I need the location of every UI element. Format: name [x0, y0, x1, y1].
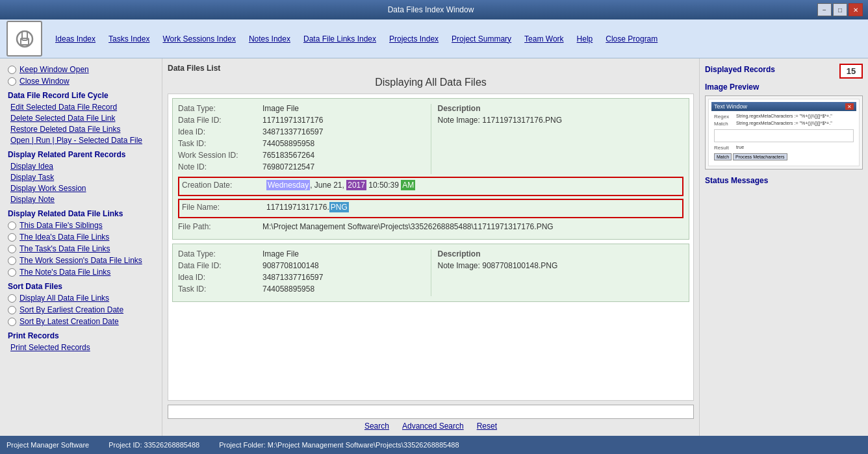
- preview-close-btn[interactable]: ✕: [845, 103, 854, 110]
- sidebar: Keep Window Open Close Window Data File …: [0, 58, 162, 436]
- close-window-radio[interactable]: [8, 77, 16, 86]
- data-type-label-2: Data Type:: [178, 249, 262, 259]
- keep-window-open-label[interactable]: Keep Window Open: [19, 65, 89, 74]
- search-input[interactable]: [168, 405, 694, 419]
- keep-window-open-item: Keep Window Open: [8, 65, 154, 74]
- sort-earliest-radio[interactable]: [8, 306, 16, 314]
- note-links-label[interactable]: The Note's Data File Links: [19, 268, 110, 277]
- preview-buttons: Match Process Metacharacters: [714, 153, 854, 160]
- close-window-label[interactable]: Close Window: [19, 77, 70, 86]
- data-file-lifecycle-title: Data File Record Life Cycle: [8, 91, 154, 100]
- close-window-item: Close Window: [8, 77, 154, 86]
- task-links-radio[interactable]: [8, 245, 16, 253]
- preview-title-bar: Text Window ✕: [711, 102, 856, 111]
- data-file-id-value-2: 9087708100148: [262, 261, 319, 270]
- task-id-label-1: Task ID:: [178, 139, 262, 148]
- note-links-radio[interactable]: [8, 268, 16, 277]
- close-button[interactable]: ✕: [849, 3, 863, 16]
- preview-content: Regex String.regexMetaCharacters := "%+(…: [711, 111, 856, 163]
- project-folder: Project Folder: M:\Project Management So…: [219, 441, 459, 449]
- record-fields-2: Data Type: Image File Data File ID: 9087…: [178, 249, 683, 296]
- minimize-button[interactable]: −: [817, 3, 832, 16]
- menu-team-work[interactable]: Team Work: [518, 32, 570, 46]
- idea-id-value-2: 34871337716597: [262, 273, 323, 282]
- creation-date-ampm: AM: [401, 180, 415, 190]
- data-type-value-1: Image File: [262, 104, 299, 113]
- restore-deleted-data-file-links[interactable]: Restore Deleted Data File Links: [8, 125, 154, 134]
- sort-earliest-item: Sort By Earliest Creation Date: [8, 305, 154, 314]
- restore-button[interactable]: □: [833, 3, 847, 16]
- description-value-2: Note Image: 9087708100148.PNG: [438, 261, 684, 270]
- display-related-parent-title: Display Related Parent Records: [8, 150, 154, 159]
- highlighted-file-name: File Name: 11711971317176.PNG: [178, 199, 683, 218]
- match-button[interactable]: Match: [714, 153, 732, 160]
- app-name: Project Manager Software: [6, 441, 89, 449]
- work-session-id-label-1: Work Session ID:: [178, 151, 262, 160]
- records-count: 15: [839, 64, 863, 79]
- idea-links-radio[interactable]: [8, 233, 16, 242]
- record-card-1[interactable]: Data Type: Image File Data File ID: 1171…: [172, 98, 689, 240]
- reset-link[interactable]: Reset: [477, 422, 497, 431]
- task-links-label[interactable]: The Task's Data File Links: [19, 244, 110, 253]
- highlighted-creation-date: Creation Date: Wednesday, June 21, 2017 …: [178, 177, 683, 196]
- display-note[interactable]: Display Note: [8, 195, 154, 204]
- note-id-value-1: 769807212547: [262, 162, 314, 171]
- note-id-label-1: Note ID:: [178, 162, 262, 171]
- menu-data-file-links-index[interactable]: Data File Links Index: [297, 32, 383, 46]
- sort-latest-item: Sort By Latest Creation Date: [8, 317, 154, 326]
- field-task-id-1: Task ID: 744058895958: [178, 139, 424, 148]
- app-logo: [6, 21, 42, 57]
- record-card-2[interactable]: Data Type: Image File Data File ID: 9087…: [172, 244, 689, 302]
- siblings-radio[interactable]: [8, 221, 16, 230]
- field-task-id-2: Task ID: 744058895958: [178, 284, 424, 294]
- all-links-label[interactable]: Display All Data File Links: [19, 294, 109, 303]
- menu-close-program[interactable]: Close Program: [599, 32, 664, 46]
- process-metacharacters-button[interactable]: Process Metacharacters: [733, 153, 787, 160]
- display-idea[interactable]: Display Idea: [8, 162, 154, 171]
- menu-projects-index[interactable]: Projects Index: [383, 32, 445, 46]
- preview-window-sim: Text Window ✕ Regex String.regexMetaChar…: [708, 99, 860, 166]
- data-file-id-label-2: Data File ID:: [178, 261, 262, 270]
- sort-earliest-label[interactable]: Sort By Earliest Creation Date: [19, 305, 123, 314]
- records-scroll[interactable]: Data Type: Image File Data File ID: 1171…: [168, 94, 694, 401]
- description-label-2: Description: [438, 249, 684, 259]
- print-selected-records[interactable]: Print Selected Records: [8, 343, 154, 352]
- display-work-session[interactable]: Display Work Session: [8, 184, 154, 193]
- displayed-records-title: Displayed Records: [705, 65, 775, 74]
- data-type-label-1: Data Type:: [178, 104, 262, 113]
- siblings-label[interactable]: This Data File's Siblings: [19, 221, 103, 230]
- menu-tasks-index[interactable]: Tasks Index: [102, 32, 156, 46]
- menu-help[interactable]: Help: [570, 32, 600, 46]
- edit-selected-data-file-record[interactable]: Edit Selected Data File Record: [8, 103, 154, 112]
- idea-id-label-2: Idea ID:: [178, 273, 262, 282]
- sort-latest-radio[interactable]: [8, 318, 16, 326]
- file-name-ext: PNG: [329, 202, 349, 212]
- display-related-data-file-links-title: Display Related Data File Links: [8, 209, 154, 218]
- open-run-play-selected[interactable]: Open | Run | Play - Selected Data File: [8, 136, 154, 145]
- ws-links-label[interactable]: The Work Session's Data File Links: [19, 256, 142, 265]
- keep-window-open-radio[interactable]: [8, 66, 16, 74]
- menu-work-sessions-index[interactable]: Work Sessions Index: [156, 32, 242, 46]
- note-file-links-item: The Note's Data File Links: [8, 268, 154, 277]
- menu-project-summary[interactable]: Project Summary: [445, 32, 518, 46]
- preview-match-label: Match: [714, 121, 734, 127]
- display-task[interactable]: Display Task: [8, 173, 154, 182]
- idea-id-label-1: Idea ID:: [178, 127, 262, 136]
- idea-links-label[interactable]: The Idea's Data File Links: [19, 233, 109, 242]
- sort-data-files-title: Sort Data Files: [8, 282, 154, 291]
- delete-selected-data-file-link[interactable]: Delete Selected Data File Link: [8, 114, 154, 123]
- menu-ideas-index[interactable]: Ideas Index: [49, 32, 102, 46]
- search-link[interactable]: Search: [364, 422, 389, 431]
- ws-links-radio[interactable]: [8, 257, 16, 265]
- sort-latest-label[interactable]: Sort By Latest Creation Date: [19, 317, 119, 326]
- task-file-links-item: The Task's Data File Links: [8, 244, 154, 253]
- list-title: Data Files List: [168, 64, 694, 73]
- field-data-file-id-1: Data File ID: 11711971317176: [178, 116, 424, 125]
- image-preview-title: Image Preview: [705, 82, 863, 92]
- menu-notes-index[interactable]: Notes Index: [242, 32, 297, 46]
- all-links-radio[interactable]: [8, 294, 16, 303]
- description-value-1: Note Image: 11711971317176.PNG: [438, 116, 684, 125]
- record-left-1: Data Type: Image File Data File ID: 1171…: [178, 104, 424, 174]
- description-label-1: Description: [438, 104, 684, 113]
- advanced-search-link[interactable]: Advanced Search: [402, 422, 464, 431]
